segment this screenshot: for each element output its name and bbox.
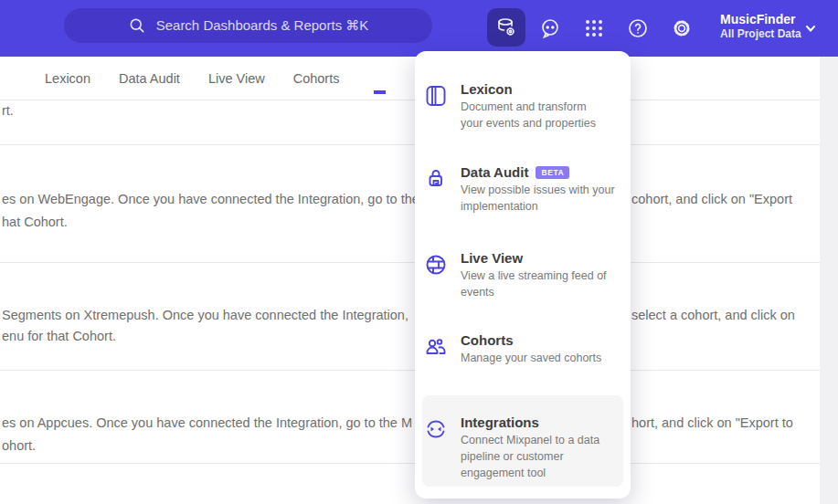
row-divider [0, 144, 820, 145]
apps-grid-icon [583, 17, 605, 39]
row-divider [0, 370, 820, 371]
app-window: Search Dashboards & Reports ⌘K [0, 0, 838, 504]
menu-item-live-view[interactable]: Live View View a live streaming feed of … [424, 250, 621, 299]
live-view-globe-icon [424, 253, 448, 299]
help-button[interactable] [621, 11, 655, 46]
chevron-down-icon[interactable] [802, 20, 819, 37]
list-item-text: cohort, and click on "Export [631, 191, 792, 207]
tab-live-view[interactable]: Live View [208, 71, 265, 86]
project-subtitle: All Project Data [720, 27, 811, 41]
menu-item-description: Connect Mixpanel to a data pipeline or c… [461, 434, 599, 479]
integrations-list: rt. es on WebEngage. Once you have conne… [0, 100, 820, 504]
list-item-text: es on WebEngage. Once you have connected… [2, 191, 419, 207]
menu-item-data-audit[interactable]: Data Audit BETA View possible issues wit… [424, 164, 621, 214]
feedback-button[interactable] [533, 11, 568, 46]
tab-lexicon[interactable]: Lexicon [45, 71, 90, 86]
data-management-dropdown: Lexicon Document and transform your even… [415, 51, 631, 499]
tab-data-audit[interactable]: Data Audit [119, 71, 180, 86]
search-input[interactable]: Search Dashboards & Reports ⌘K [64, 8, 432, 43]
active-tab-indicator [374, 90, 386, 94]
integrations-sync-icon [424, 417, 448, 480]
menu-item-cohorts[interactable]: Cohorts Manage your saved cohorts [424, 332, 621, 365]
tab-cohorts[interactable]: Cohorts [293, 71, 340, 86]
feedback-icon [539, 17, 561, 39]
project-switcher[interactable]: MusicFinder All Project Data [720, 11, 811, 41]
data-management-icon [495, 16, 517, 38]
list-item-text: ohort. [2, 437, 36, 454]
menu-item-description: View possible issues with your implement… [461, 184, 615, 213]
data-audit-lock-icon [424, 167, 448, 214]
menu-item-title: Integrations [461, 415, 599, 431]
menu-item-title: Live View [461, 250, 607, 267]
menu-item-title: Cohorts [461, 332, 601, 349]
menu-item-lexicon[interactable]: Lexicon Document and transform your even… [424, 81, 621, 131]
list-item-text: hat Cohort. [2, 214, 68, 230]
search-icon [128, 16, 146, 35]
menu-item-description: Manage your saved cohorts [461, 352, 601, 364]
menu-item-description: View a live streaming feed of events [461, 269, 607, 299]
list-item-text: Segments on Xtremepush. Once you have co… [2, 307, 408, 323]
cohorts-people-icon [424, 335, 448, 365]
vertical-scrollbar[interactable] [820, 57, 838, 504]
menu-item-title: Lexicon [461, 81, 596, 98]
list-item-text: select a cohort, and click on [631, 307, 795, 323]
menu-item-title: Data Audit BETA [461, 164, 615, 181]
list-item-text: enu for that Cohort. [2, 328, 116, 344]
search-placeholder: Search Dashboards & Reports ⌘K [156, 17, 369, 34]
list-item-text: hort, and click on "Export to [631, 415, 793, 431]
apps-grid-button[interactable] [577, 11, 611, 46]
list-item-text: es on Appcues. Once you have connected t… [2, 415, 412, 431]
beta-badge: BETA [536, 166, 569, 179]
data-management-tabbar: Lexicon Data Audit Live View Cohorts [0, 57, 820, 100]
project-name: MusicFinder [720, 11, 811, 27]
menu-item-integrations[interactable]: Integrations Connect Mixpanel to a data … [424, 415, 621, 480]
row-divider [0, 262, 820, 263]
settings-icon [671, 17, 693, 39]
data-management-button[interactable] [487, 8, 525, 47]
lexicon-book-icon [424, 84, 448, 131]
menu-item-description: Document and transform your events and p… [461, 100, 596, 130]
list-item-text: rt. [2, 102, 14, 119]
settings-button[interactable] [664, 11, 699, 46]
row-divider [0, 463, 820, 464]
help-icon [627, 17, 649, 39]
top-navigation-bar: Search Dashboards & Reports ⌘K [0, 0, 838, 57]
